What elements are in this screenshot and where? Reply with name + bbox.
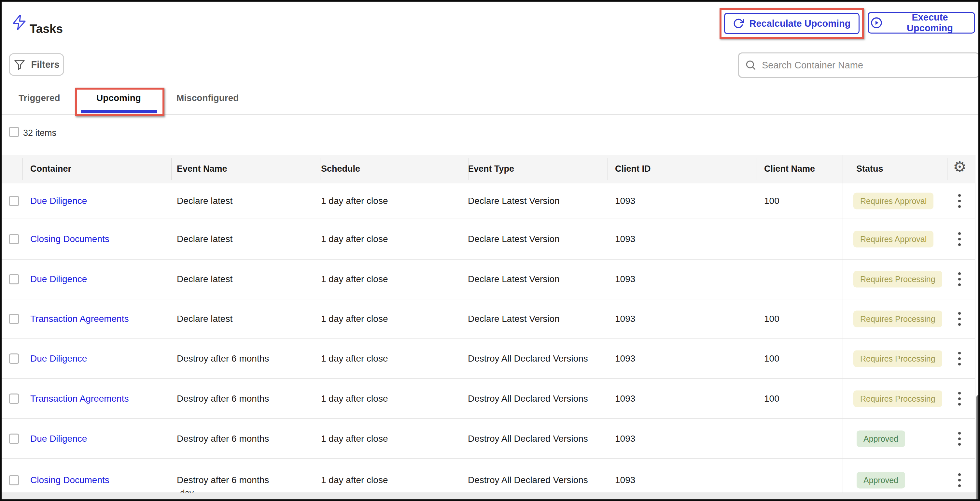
client-name-cell: 100 [764, 196, 780, 206]
column-header-schedule: Schedule [321, 164, 360, 174]
recalculate-upcoming-button[interactable]: Recalculate Upcoming [724, 13, 859, 34]
container-link[interactable]: Due Diligence [30, 274, 87, 284]
event-name-cell: Declare latest [177, 234, 232, 244]
event-type-cell: Declare Latest Version [468, 234, 560, 244]
header-column-divider [469, 158, 469, 180]
client-id-cell: 1093 [615, 475, 635, 485]
table-header: ⚙ ContainerEvent NameScheduleEvent TypeC… [2, 155, 975, 183]
row-checkbox[interactable] [9, 196, 19, 206]
row-checkbox[interactable] [9, 353, 19, 364]
schedule-cell: 1 day after close [321, 234, 388, 244]
column-header-client-name: Client Name [764, 164, 815, 174]
search-input[interactable] [761, 60, 973, 71]
tasks-bolt-icon [11, 14, 27, 31]
container-link[interactable]: Due Diligence [30, 353, 87, 364]
row-checkbox[interactable] [9, 434, 19, 444]
recalculate-upcoming-label: Recalculate Upcoming [749, 18, 850, 29]
row-actions-kebab-icon[interactable] [957, 351, 962, 367]
column-header-client-id: Client ID [615, 164, 651, 174]
column-header-event-name: Event Name [177, 164, 227, 174]
client-name-cell: 100 [764, 314, 780, 324]
event-type-cell: Declare Latest Version [468, 314, 560, 324]
row-checkbox[interactable] [9, 314, 19, 324]
event-name-cell: Destroy after 6 months [177, 353, 269, 364]
table-row: Due Diligence Declare latest 1 day after… [2, 183, 975, 219]
row-actions-kebab-icon[interactable] [957, 472, 962, 488]
table-body: Due Diligence Declare latest 1 day after… [2, 183, 975, 501]
column-settings-gear-icon[interactable]: ⚙ [953, 159, 966, 174]
header-column-divider [608, 158, 608, 180]
page-title: Tasks [30, 22, 63, 36]
tabs: TriggeredUpcomingMisconfigured [2, 87, 978, 115]
container-link[interactable]: Transaction Agreements [30, 394, 129, 404]
row-actions-kebab-icon[interactable] [957, 311, 962, 327]
execute-upcoming-button[interactable]: Execute Upcoming [868, 12, 975, 34]
row-actions-kebab-icon[interactable] [957, 193, 962, 209]
table-right-border [975, 155, 975, 493]
event-name-cell: Declare latest [177, 274, 232, 284]
schedule-cell: 1 day after close [321, 475, 388, 485]
header-column-divider [320, 158, 320, 180]
client-id-cell: 1093 [615, 234, 635, 244]
select-all-checkbox[interactable] [9, 127, 19, 137]
status-badge: Requires Processing [853, 271, 942, 288]
client-id-cell: 1093 [615, 394, 635, 404]
event-name-cell: Declare latest [177, 196, 232, 206]
play-icon [870, 17, 882, 29]
event-name-cell: Declare latest [177, 314, 232, 324]
table-row: Due Diligence Declare latest 1 day after… [2, 260, 975, 299]
row-actions-kebab-icon[interactable] [957, 391, 962, 407]
pinned-column-divider [843, 155, 843, 493]
page-header: Tasks Recalculate Upcoming Execute Upcom… [2, 2, 978, 43]
event-type-cell: Destroy All Declared Versions [468, 353, 588, 364]
column-header-container: Container [30, 164, 71, 174]
schedule-cell: 1 day after close [321, 353, 388, 364]
container-link[interactable]: Due Diligence [30, 434, 87, 444]
table-row: Transaction Agreements Declare latest 1 … [2, 299, 975, 339]
execute-upcoming-label: Execute Upcoming [888, 12, 972, 34]
horizontal-scrollbar-track[interactable] [2, 493, 978, 499]
schedule-cell: 1 day after close [321, 196, 388, 206]
header-column-divider [22, 158, 23, 180]
event-name-cell: Destroy after 6 months [177, 394, 269, 404]
status-badge: Approved [857, 472, 905, 488]
column-header-event-type: Event Type [468, 164, 514, 174]
tab-misconfigured[interactable]: Misconfigured [177, 93, 239, 103]
header-column-divider [171, 158, 172, 180]
header-column-divider [947, 158, 947, 180]
event-name-overflow: day [180, 488, 194, 493]
filters-label: Filters [31, 59, 59, 70]
event-name-cell: Destroy after 6 months [177, 475, 269, 485]
row-checkbox[interactable] [9, 234, 19, 244]
filter-funnel-icon [13, 58, 26, 71]
status-badge: Requires Processing [853, 351, 942, 367]
event-type-cell: Destroy All Declared Versions [468, 394, 588, 404]
container-link[interactable]: Due Diligence [30, 196, 87, 206]
row-actions-kebab-icon[interactable] [957, 271, 962, 287]
container-link[interactable]: Closing Documents [30, 234, 110, 244]
search-box [738, 53, 980, 78]
vertical-scrollbar-thumb[interactable] [977, 395, 980, 499]
event-type-cell: Declare Latest Version [468, 196, 560, 206]
search-icon [745, 59, 757, 71]
tab-upcoming[interactable]: Upcoming [96, 93, 141, 103]
status-badge: Requires Processing [853, 390, 942, 407]
tab-triggered[interactable]: Triggered [19, 93, 60, 103]
container-link[interactable]: Transaction Agreements [30, 314, 129, 324]
client-id-cell: 1093 [615, 353, 635, 364]
header-column-divider [757, 158, 757, 180]
row-checkbox[interactable] [9, 274, 19, 284]
client-name-cell: 100 [764, 353, 780, 364]
client-id-cell: 1093 [615, 274, 635, 284]
status-badge: Requires Approval [853, 231, 934, 247]
refresh-icon [733, 18, 744, 29]
row-checkbox[interactable] [9, 475, 19, 485]
selection-row: 32 items [2, 125, 262, 140]
row-actions-kebab-icon[interactable] [957, 431, 962, 447]
table-row: Due Diligence Destroy after 6 months 1 d… [2, 339, 975, 379]
client-id-cell: 1093 [615, 314, 635, 324]
filters-button[interactable]: Filters [9, 53, 64, 76]
row-actions-kebab-icon[interactable] [957, 231, 962, 247]
container-link[interactable]: Closing Documents [30, 475, 110, 485]
row-checkbox[interactable] [9, 394, 19, 404]
